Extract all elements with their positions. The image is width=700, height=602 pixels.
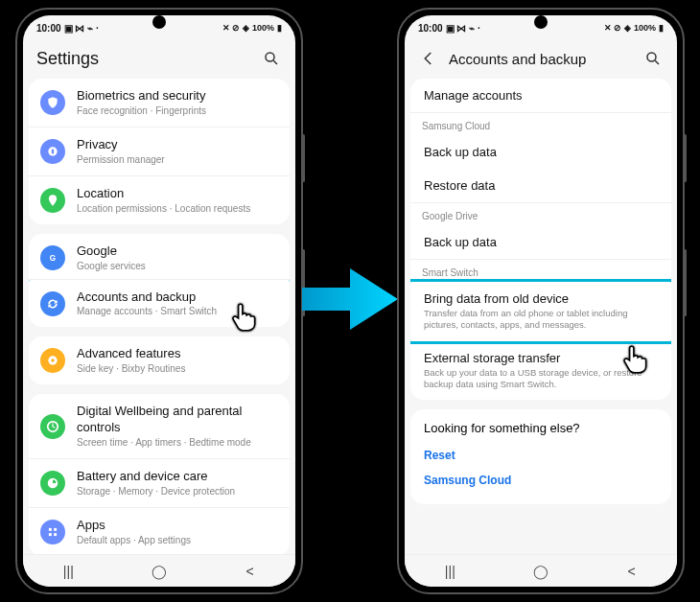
bat-icon [40,471,65,496]
row-labels: GoogleGoogle services [77,243,278,272]
row-title: Battery and device care [77,469,278,485]
accounts-backup-list: Manage accountsSamsung CloudBack up data… [405,79,677,554]
status-time: 10:00 [36,23,61,34]
row-bring-data-from-old-device[interactable]: Bring data from old deviceTransfer data … [410,279,671,344]
svg-point-6 [51,359,55,363]
search-icon [644,50,662,67]
pointer-hand-icon [619,343,652,376]
row-title: Restore data [424,178,658,193]
row-subtitle: Face recognition · Fingerprints [77,104,278,117]
status-battery: 100% [634,23,656,33]
settings-row-google[interactable]: GGoogleGoogle services [29,234,290,282]
svg-line-14 [655,60,659,64]
svg-rect-10 [54,528,57,531]
row-labels: Biometrics and securityFace recognition … [77,88,278,117]
row-title: Biometrics and security [77,88,278,104]
phone-frame-left: 10:00▣ ⋈ ⌁ · ✕ ⊘ ◈100%▮ Settings Biometr… [15,8,303,594]
svg-point-13 [647,53,656,61]
row-labels: Battery and device careStorage · Memory … [77,469,278,498]
power-button [684,249,687,316]
back-button[interactable] [418,48,439,69]
row-restore-data[interactable]: Restore data [410,169,671,202]
row-subtitle: Google services [77,260,278,272]
header: Accounts and backup [405,40,677,79]
row-subtitle: Screen time · App timers · Bedtime mode [77,436,278,449]
row-labels: PrivacyPermission manager [77,137,278,166]
settings-row-battery-and-device-care[interactable]: Battery and device careStorage · Memory … [29,458,290,507]
settings-group: Digital Wellbeing and parental controlsS… [29,394,290,554]
camera-notch [152,15,166,29]
link-reset[interactable]: Reset [424,443,658,468]
settings-row-privacy[interactable]: PrivacyPermission manager [29,127,290,175]
status-time: 10:00 [418,23,443,34]
nav-back[interactable]: < [231,564,269,579]
nav-back[interactable]: < [613,564,651,579]
row-subtitle: Permission manager [77,153,278,166]
row-title: Privacy [77,137,278,153]
chevron-left-icon [420,50,437,67]
volume-button [302,134,305,182]
settings-row-biometrics-and-security[interactable]: Biometrics and securityFace recognition … [29,79,290,127]
status-battery: 100% [252,23,274,33]
row-back-up-data[interactable]: Back up data [410,135,671,169]
manage-accounts-row[interactable]: Manage accounts [410,79,671,112]
header: Settings [23,40,295,79]
settings-row-apps[interactable]: AppsDefault apps · App settings [29,507,290,554]
apps-icon [40,520,65,544]
nav-recent[interactable]: ||| [49,564,87,579]
nav-home[interactable]: ◯ [522,564,560,579]
sync-icon [40,291,65,316]
adv-icon [40,348,65,373]
row-subtitle: Default apps · App settings [77,534,278,546]
row-title: Apps [77,518,278,534]
battery-icon: ▮ [277,23,282,33]
nav-recent[interactable]: ||| [431,564,469,579]
status-icons-right: ✕ ⊘ ◈ [604,23,631,33]
settings-row-digital-wellbeing-and-parental-controls[interactable]: Digital Wellbeing and parental controlsS… [29,394,290,458]
status-icons-left: ▣ ⋈ ⌁ · [64,23,99,34]
battery-icon: ▮ [659,23,664,33]
svg-rect-9 [49,528,52,531]
row-labels: LocationLocation permissions · Location … [77,186,278,215]
row-title: Back up data [424,235,658,249]
pin-icon [40,188,65,213]
svg-text:G: G [50,254,56,263]
link-samsung-cloud[interactable]: Samsung Cloud [424,468,658,493]
g-icon: G [40,245,65,270]
pointer-hand-icon [228,301,261,334]
row-title: Digital Wellbeing and parental controls [77,404,278,436]
status-icons-right: ✕ ⊘ ◈ [222,23,249,33]
settings-row-location[interactable]: LocationLocation permissions · Location … [29,175,290,224]
row-title: Advanced features [77,346,278,362]
row-labels: Advanced featuresSide key · Bixby Routin… [77,346,278,375]
svg-line-1 [273,60,277,64]
search-button[interactable] [642,48,664,69]
footer-links: ResetSamsung Cloud [424,443,658,493]
svg-rect-11 [49,533,52,536]
search-button[interactable] [261,48,282,69]
footer-title: Looking for something else? [424,421,658,435]
transition-arrow-icon [297,261,403,341]
search-icon [263,50,280,67]
row-back-up-data[interactable]: Back up data [410,225,671,259]
row-subtitle: Location permissions · Location requests [77,202,278,215]
screen-right: 10:00▣ ⋈ ⌁ · ✕ ⊘ ◈100%▮ Accounts and bac… [405,15,677,587]
status-icons-left: ▣ ⋈ ⌁ · [446,23,480,34]
row-labels: AppsDefault apps · App settings [77,518,278,546]
nav-bar: ||| ◯ < [405,554,677,587]
volume-button [684,134,687,182]
svg-point-0 [266,53,274,61]
page-title: Settings [36,49,251,69]
row-subtitle: Transfer data from an old phone or table… [424,308,658,332]
nav-home[interactable]: ◯ [140,564,178,579]
row-subtitle: Storage · Memory · Device protection [77,485,278,498]
settings-group: Biometrics and securityFace recognition … [29,79,290,224]
row-title: Manage accounts [424,88,658,103]
page-title: Accounts and backup [449,51,633,67]
row-title: Google [77,243,278,260]
section-header: Google Drive [410,202,671,225]
row-labels: Digital Wellbeing and parental controlsS… [77,404,278,449]
settings-group: Advanced featuresSide key · Bixby Routin… [29,336,290,384]
row-title: Back up data [424,145,658,159]
settings-row-advanced-features[interactable]: Advanced featuresSide key · Bixby Routin… [29,336,290,384]
